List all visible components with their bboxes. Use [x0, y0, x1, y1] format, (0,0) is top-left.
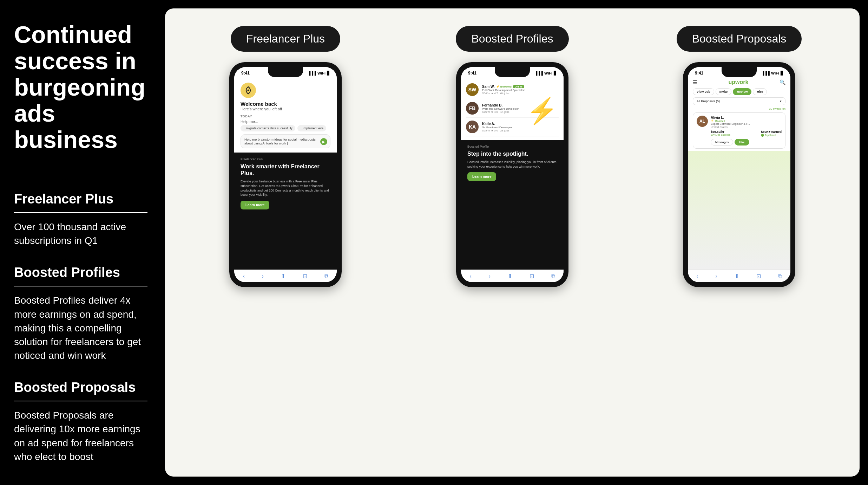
- profile-name-sam: Sam W. ⚡ Boosted Online: [482, 85, 559, 89]
- signal-icon-3: ▐▐▐: [761, 71, 769, 75]
- lightning-bolt-icon: ⚡: [526, 98, 558, 123]
- forward-icon[interactable]: ›: [262, 273, 264, 279]
- profile-meta-katie: $55/hr ★ 5.0 | 28 jobs: [482, 129, 559, 132]
- divider-1: [14, 212, 147, 213]
- profile-title-katie: Sr. Front-end Developer: [482, 126, 559, 129]
- bookmarks-icon-2[interactable]: ⊡: [530, 273, 534, 279]
- phone2-bottom-desc: Boosted Profile increases visibility, pl…: [467, 160, 557, 169]
- send-button[interactable]: ▶: [320, 138, 327, 145]
- section-title-boosted-proposals: Boosted Proposals: [14, 380, 147, 395]
- divider-2: [14, 286, 147, 286]
- proposal-rate: $50.50/hr: [711, 130, 730, 134]
- invites-left: 30 invites left: [688, 107, 790, 112]
- bookmarks-icon[interactable]: ⊡: [303, 273, 307, 279]
- upwork-logo-icon: [241, 83, 256, 98]
- proposal-role: Expert Software Engineer & F...: [711, 122, 782, 125]
- hire-button-top[interactable]: Hire: [753, 88, 767, 95]
- status-time-3: 9:41: [695, 71, 703, 76]
- avatar-katie: KA: [466, 121, 479, 133]
- proposals-dropdown[interactable]: All Proposals (5) ▾: [693, 97, 785, 105]
- browser-bar-1: ‹ › ⬆ ⊡ ⧉: [234, 270, 337, 282]
- phone-boosted-profiles: 9:41 ▐▐▐ WiFi ▊ SW: [456, 62, 568, 287]
- back-icon[interactable]: ‹: [243, 273, 244, 279]
- bookmarks-icon-3[interactable]: ⊡: [756, 273, 761, 279]
- svg-point-1: [248, 90, 249, 91]
- phone2-learn-more-button[interactable]: Learn more: [467, 172, 496, 181]
- section-title-boosted-profiles: Boosted Profiles: [14, 265, 147, 280]
- freelancer-plus-desc: Over 100 thousand active subscriptions i…: [14, 220, 147, 247]
- tab-boosted-proposals[interactable]: Boosted Proposals: [677, 26, 802, 52]
- phone-freelancer-plus: 9:41 ▐▐▐ WiFi ▊ ✛: [229, 62, 342, 287]
- proposal-actions-row: Messages Hire: [711, 139, 782, 146]
- phone1-tag: Freelancer Plus: [241, 157, 330, 161]
- status-bar-1: 9:41 ▐▐▐ WiFi ▊: [234, 67, 337, 77]
- hamburger-icon[interactable]: ☰: [693, 79, 697, 85]
- status-time-1: 9:41: [241, 71, 250, 76]
- battery-icon-2: ▊: [554, 71, 557, 76]
- avatar-sam: SW: [466, 83, 479, 96]
- status-icons-3: ▐▐▐ WiFi ▊: [761, 71, 783, 76]
- action-row: View Job Invite Review Hire: [688, 87, 790, 97]
- back-icon-3[interactable]: ‹: [696, 273, 698, 279]
- share-icon-2[interactable]: ⬆: [508, 273, 512, 279]
- profile-info-sam: Sam W. ⚡ Boosted Online Full Stack Devel…: [482, 85, 559, 95]
- status-time-2: 9:41: [468, 71, 476, 76]
- profile-title-sam: Full Stack Development Specialist: [482, 89, 559, 92]
- main-title: Continued success in burgeoning ads busi…: [14, 21, 147, 153]
- proposal-card-alivia: AL Alivia L. ⚡ Boosted Expert Software E…: [693, 112, 785, 149]
- chat-input[interactable]: Help me brainstorm ideas for social medi…: [241, 134, 330, 148]
- boosted-profiles-desc: Boosted Profiles deliver 4x more earning…: [14, 293, 147, 362]
- view-job-button[interactable]: View Job: [693, 88, 714, 95]
- invite-button[interactable]: Invite: [716, 88, 732, 95]
- tabs-icon[interactable]: ⧉: [324, 273, 328, 279]
- review-button[interactable]: Review: [733, 88, 751, 95]
- tab-freelancer-plus[interactable]: Freelancer Plus: [231, 26, 340, 52]
- profile-meta-sam: $54/hr ★ 4.7 | 64 jobs: [482, 92, 559, 95]
- signal-icon: ▐▐▐: [308, 71, 316, 75]
- share-icon-3[interactable]: ⬆: [735, 273, 739, 279]
- welcome-sub: Here's where you left off: [241, 107, 330, 111]
- proposal-avatar-alivia: AL: [697, 116, 708, 127]
- top-rated-badge: ⬤ Top Rated: [761, 134, 782, 137]
- job-success-label: 90% Job Success: [711, 134, 730, 136]
- status-bar-3: 9:41 ▐▐▐ WiFi ▊: [688, 67, 790, 77]
- status-icons-2: ▐▐▐ WiFi ▊: [534, 71, 557, 76]
- wifi-icon-3: WiFi: [771, 71, 779, 75]
- forward-icon-2[interactable]: ›: [489, 273, 491, 279]
- online-badge: Online: [513, 85, 524, 88]
- proposal-name-alivia: Alivia L.: [711, 116, 782, 119]
- left-panel: Continued success in burgeoning ads busi…: [0, 0, 165, 485]
- back-icon-2[interactable]: ‹: [469, 273, 471, 279]
- tabs-icon-2[interactable]: ⧉: [551, 273, 555, 279]
- battery-icon: ▊: [327, 71, 330, 76]
- avatar-fernando: FB: [466, 102, 479, 115]
- phone2-tag: Boosted Profile: [467, 145, 557, 148]
- share-icon[interactable]: ⬆: [281, 273, 285, 279]
- phone1-bottom-desc: Elevate your freelance business with a F…: [241, 179, 330, 197]
- battery-icon-3: ▊: [781, 71, 783, 76]
- phone1-bottom-title: Work smarter with Freelancer Plus.: [241, 163, 330, 176]
- tab-boosted-profiles[interactable]: Boosted Profiles: [456, 26, 568, 52]
- messages-button[interactable]: Messages: [711, 139, 733, 146]
- hire-button[interactable]: Hire: [735, 139, 749, 146]
- phone2-bottom-title: Step into the spotlight.: [467, 150, 557, 157]
- browser-bar-2: ‹ › ⬆ ⊡ ⧉: [461, 270, 564, 282]
- browser-bar-3: ‹ › ⬆ ⊡ ⧉: [688, 270, 790, 282]
- proposal-info-alivia: Alivia L. ⚡ Boosted Expert Software Engi…: [711, 116, 782, 146]
- tabs-icon-3[interactable]: ⧉: [778, 273, 782, 279]
- right-panel: Freelancer Plus Boosted Profiles Boosted…: [165, 8, 860, 477]
- forward-icon-3[interactable]: ›: [716, 273, 717, 279]
- search-icon-3[interactable]: 🔍: [780, 79, 785, 85]
- divider-3: [14, 401, 147, 401]
- wifi-icon-2: WiFi: [544, 71, 552, 75]
- phone-boosted-proposals: 9:41 ▐▐▐ WiFi ▊ ☰ upwork 🔍: [683, 62, 795, 287]
- chip-2: ...implement eve: [297, 125, 326, 131]
- phone1-learn-more-button[interactable]: Learn more: [241, 201, 269, 209]
- wifi-icon: WiFi: [317, 71, 326, 75]
- signal-icon-2: ▐▐▐: [534, 71, 542, 75]
- proposal-country: United States: [711, 125, 782, 129]
- boosted-proposals-desc: Boosted Proposals are delivering 10x mor…: [14, 408, 147, 464]
- boosted-label: Boosted: [715, 120, 725, 122]
- phone2-bottom-section: Boosted Profile Step into the spotlight.…: [461, 140, 564, 270]
- status-bar-2: 9:41 ▐▐▐ WiFi ▊: [461, 67, 564, 77]
